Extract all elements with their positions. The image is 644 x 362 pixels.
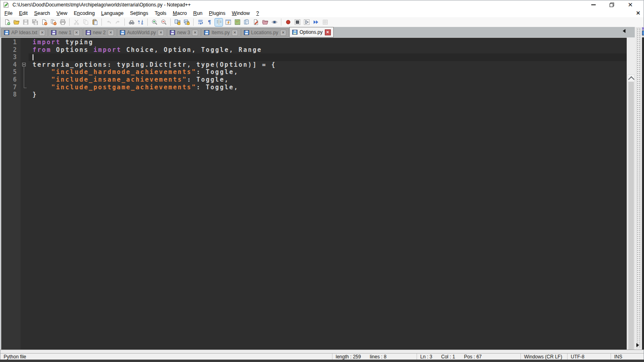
tab-close-icon[interactable]: ✕ [280, 30, 286, 36]
toolbar-save-file-button[interactable] [22, 19, 29, 26]
tab-close-icon[interactable]: ✕ [192, 30, 198, 36]
toolbar-copy-button[interactable] [82, 19, 89, 26]
editor-band: 12345678 import typingfrom Options impor… [0, 37, 644, 350]
toolbar-record-macro-button[interactable] [284, 19, 292, 26]
toolbar-stop-macro-button[interactable] [293, 19, 301, 26]
toolbar-document-map-button[interactable] [233, 19, 241, 26]
insert-mode-label[interactable]: INS [614, 354, 622, 360]
toolbar-save-macro-button[interactable] [321, 19, 329, 26]
tab-ap-ideas-txt[interactable]: AP Ideas.txt✕ [1, 28, 48, 37]
code-line[interactable]: } [29, 91, 627, 99]
scrollbar-thumb[interactable] [628, 82, 634, 362]
code-line[interactable]: "include_postgame_achievements": Toggle, [29, 84, 627, 91]
encoding-label[interactable]: UTF-8 [571, 354, 584, 360]
tab-save-state-icon [204, 30, 209, 35]
close-document-icon[interactable]: ✕ [636, 10, 640, 16]
tab-new-2[interactable]: new 2✕ [83, 28, 117, 37]
close-file-icon [41, 19, 47, 25]
toolbar-monitoring-button[interactable] [270, 19, 278, 26]
menu-item-view[interactable]: View [53, 10, 70, 17]
toolbar-document-list-button[interactable] [243, 19, 250, 26]
toolbar-cut-button[interactable] [72, 19, 80, 26]
menu-item--[interactable]: ? [253, 10, 262, 17]
second-view-tab[interactable] [642, 27, 644, 37]
fold-open-marker[interactable] [22, 63, 26, 66]
toolbar-edit-shortcuts-button[interactable] [252, 19, 260, 26]
toolbar-undo-button[interactable] [105, 19, 112, 26]
toolbar-open-file-button[interactable] [12, 19, 20, 26]
svg-text:¶: ¶ [208, 19, 211, 25]
menu-item-tools[interactable]: Tools [151, 10, 169, 17]
menu-item-encoding[interactable]: Encoding [70, 10, 98, 17]
toolbar-new-file-button[interactable] [3, 19, 11, 26]
toolbar-show-indent-guide-button[interactable] [215, 19, 223, 26]
view-splitter-handle[interactable] [636, 28, 640, 349]
menu-item-plugins[interactable]: Plugins [206, 10, 229, 17]
taskbar-strip[interactable] [0, 360, 644, 362]
tab-items-py[interactable]: Items.py✕ [201, 28, 240, 37]
restore-button[interactable] [603, 0, 621, 9]
tab-locations-py[interactable]: Locations.py✕ [241, 28, 289, 37]
toolbar-close-all-button[interactable] [50, 19, 57, 26]
close-window-button[interactable]: ✕ [621, 0, 640, 9]
code-line[interactable]: import typing [29, 39, 627, 46]
menu-item-settings[interactable]: Settings [127, 10, 151, 17]
tab-close-icon[interactable]: ✕ [325, 29, 331, 35]
tab-scroll-left-icon[interactable] [623, 29, 625, 33]
toolbar-function-list-button[interactable] [224, 19, 232, 26]
vertical-scrollbar[interactable] [627, 74, 635, 362]
tab-close-icon[interactable]: ✕ [39, 30, 45, 36]
menu-item-run[interactable]: Run [190, 10, 206, 17]
toolbar-sync-horizontal-scroll-button[interactable] [183, 19, 190, 26]
tab-close-icon[interactable]: ✕ [74, 30, 80, 36]
tab-close-icon[interactable]: ✕ [108, 30, 114, 36]
record-macro-icon [285, 19, 291, 25]
print-icon [60, 19, 66, 25]
code-line[interactable]: "include_hardmode_achievements": Toggle, [29, 68, 627, 76]
second-view-editor[interactable] [642, 37, 644, 350]
toolbar-word-wrap-button[interactable] [196, 19, 204, 26]
minimize-button[interactable] [584, 0, 603, 9]
word-wrap-icon [197, 19, 204, 25]
menu-item-window[interactable]: Window [229, 10, 253, 17]
toolbar-show-all-characters-button[interactable]: ¶ [206, 19, 213, 26]
toolbar-redo-button[interactable] [114, 19, 122, 26]
toolbar-print-button[interactable] [59, 19, 66, 26]
toolbar-sync-vertical-scroll-button[interactable] [173, 19, 181, 26]
toolbar-paste-button[interactable] [91, 19, 99, 26]
code-line[interactable]: from Options import Choice, Option, Togg… [29, 46, 627, 54]
eol-format-label[interactable]: Windows (CR LF) [524, 354, 562, 360]
toolbar-playback-macro-button[interactable] [303, 19, 310, 26]
tab-new-3[interactable]: new 3✕ [167, 28, 201, 37]
find-icon [128, 19, 135, 25]
fold-guide-line [24, 68, 24, 76]
tab-options-py[interactable]: Options.py✕ [289, 27, 333, 37]
toolbar-run-macro-multiple-button[interactable] [312, 19, 320, 26]
code-area[interactable]: import typingfrom Options import Choice,… [29, 38, 627, 350]
toolbar-save-all-button[interactable] [31, 19, 39, 26]
toolbar-replace-button[interactable]: ab [137, 19, 144, 26]
menu-item-language[interactable]: Language [98, 10, 127, 17]
toolbar-separator [69, 19, 70, 26]
tab-close-icon[interactable]: ✕ [158, 30, 164, 36]
tab-close-icon[interactable]: ✕ [232, 30, 238, 36]
tab-new-1[interactable]: new 1✕ [48, 28, 82, 37]
menu-item-file[interactable]: File [1, 10, 16, 17]
code-line[interactable] [29, 53, 627, 61]
toolbar-zoom-out-button[interactable] [160, 19, 167, 26]
menu-item-macro[interactable]: Macro [169, 10, 190, 17]
toolbar-close-file-button[interactable] [40, 19, 48, 26]
code-line[interactable]: terraria_options: typing.Dict[str, type(… [29, 61, 627, 69]
splitter-arrow-icon[interactable] [636, 343, 639, 347]
scroll-up-button[interactable] [628, 75, 634, 82]
toolbar-folder-as-workspace-button[interactable] [261, 19, 269, 26]
code-editor[interactable]: 12345678 import typingfrom Options impor… [1, 37, 627, 350]
menu-item-edit[interactable]: Edit [16, 10, 31, 17]
tab-autoworld-py[interactable]: AutoWorld.py✕ [117, 28, 167, 37]
code-segment-default: terraria_options: typing.Dict[str, type(… [33, 61, 276, 68]
menu-item-search[interactable]: Search [31, 10, 54, 17]
code-line[interactable]: "include_insane_achievements": Toggle, [29, 76, 627, 84]
toolbar-zoom-in-button[interactable] [151, 19, 158, 26]
toolbar-find-button[interactable] [128, 19, 135, 26]
tab-label: new 3 [177, 30, 190, 35]
